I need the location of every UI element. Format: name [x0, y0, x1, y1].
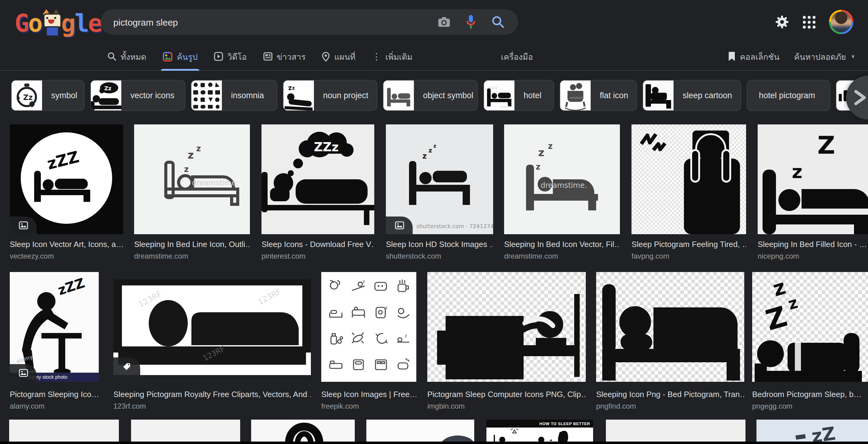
images-icon [163, 52, 173, 61]
tab-news[interactable]: ข่าวสาร [263, 43, 306, 70]
result-title[interactable]: Sleep Pictogram Feeling Tired, … [631, 240, 746, 249]
result-title[interactable]: Bedroom Pictogram Sleep, b… [752, 390, 868, 399]
result-source[interactable]: freepik.com [321, 402, 416, 411]
tab-label: ทั้งหมด [121, 50, 146, 63]
google-doodle-logo[interactable]: Gogle [14, 7, 101, 39]
result-title[interactable]: Sleep Icon Images | Free… [321, 390, 416, 399]
chip-symbol[interactable]: Zz symbol [11, 80, 85, 111]
result-thumbnail: zzz dreamstime. [134, 124, 250, 234]
collections-button[interactable]: คอลเล็กชัน [728, 50, 780, 63]
result-thumbnail: 123RF 123RF 123RF [113, 279, 311, 375]
result-title[interactable]: Sleeping In Bed Filled Icon - … [758, 240, 868, 249]
result-title[interactable]: Pictogram Sleep Computer Icons PNG, Clip… [427, 390, 586, 399]
google-apps-grid-icon[interactable] [803, 16, 815, 28]
result-card[interactable]: Sleeping Icon Png - Bed Pictogram, Tran…… [596, 272, 744, 382]
chip-noun-project[interactable]: zz noun project [283, 80, 377, 111]
result-title[interactable]: Sleep Icon HD Stock Images … [386, 240, 493, 249]
licensable-badge [10, 216, 37, 234]
chip-thumbnail [191, 81, 222, 110]
svg-text:Zz: Zz [23, 93, 33, 102]
avatar-photo [831, 11, 851, 32]
chip-hotel[interactable]: stockstock hotel [484, 80, 554, 111]
result-card[interactable]: zzz shutterstock.com · 724127413 Sleep I… [386, 124, 493, 234]
svg-text:z: z [188, 149, 194, 161]
result-card[interactable]: ZZz Sleep Icons - Download Free V…pinter… [261, 124, 374, 234]
tab-more[interactable]: ⋮ เพิ่มเติม [372, 43, 412, 70]
result-title[interactable]: Sleeping In Bed Line Icon, Outli… [134, 240, 250, 249]
chip-vector-icons[interactable]: Zz vector icons [90, 80, 185, 111]
result-title[interactable]: Sleeping Icon Png - Bed Pictogram, Tran… [596, 390, 744, 399]
safesearch-button[interactable]: ค้นหาปลอดภัย ▾ [794, 50, 855, 63]
result-source[interactable]: alamy.com [10, 402, 99, 411]
result-thumbnail [427, 272, 586, 382]
result-title[interactable]: Sleeping Pictogram Royalty Free Cliparts… [113, 390, 311, 399]
tab-label: แผนที่ [334, 50, 356, 63]
result-card[interactable]: zZZ Sleep Icon Vector Art, Icons, a…vect… [10, 124, 123, 234]
result-thumbnail-partial[interactable]: zZ [756, 420, 868, 444]
chip-object-symbol[interactable]: object symbol [383, 80, 478, 111]
result-title[interactable]: Sleep Icon Vector Art, Icons, a… [10, 240, 123, 249]
result-source[interactable]: dreamstime.com [504, 252, 620, 260]
result-card[interactable]: zzz dreamstime. Sleeping In Bed Icon Vec… [504, 124, 620, 234]
tab-images[interactable]: ค้นรูป [163, 43, 197, 70]
search-submit-icon[interactable] [491, 15, 505, 29]
result-title[interactable]: Sleep Icons - Download Free V… [261, 240, 374, 249]
tab-label: ข่าวสาร [277, 50, 306, 63]
result-source[interactable]: shutterstock.com [386, 252, 493, 260]
result-source[interactable]: pngfind.com [596, 402, 744, 411]
result-thumbnail: zZZ alamy alamy stock photo [10, 272, 99, 382]
result-card[interactable]: Z z Sleeping In Bed Filled Icon - …nicep… [758, 124, 868, 234]
account-avatar[interactable] [829, 10, 854, 34]
result-card[interactable]: zZZ alamy alamy stock photo Pictogram Sl… [10, 272, 99, 382]
svg-text:z: z [423, 152, 427, 160]
tab-all[interactable]: ทั้งหมด [107, 43, 146, 70]
svg-text:dreamstime.: dreamstime. [541, 181, 587, 190]
search-bar[interactable] [100, 9, 518, 35]
voice-search-mic-icon[interactable] [466, 14, 476, 29]
chip-label: object symbol [414, 91, 478, 100]
result-source[interactable]: favpng.com [631, 252, 746, 260]
result-source[interactable]: pinterest.com [261, 252, 374, 260]
result-thumbnail-partial[interactable] [131, 420, 240, 444]
spiral-image [251, 420, 355, 444]
chip-hotel-pictogram[interactable]: hotel pictogram [747, 80, 830, 111]
result-thumbnail-partial[interactable] [9, 420, 119, 444]
more-dots-icon: ⋮ [372, 51, 381, 62]
result-source[interactable]: pngegg.com [752, 402, 868, 411]
result-card[interactable]: Sleep Pictogram Feeling Tired, …favpng.c… [631, 124, 746, 234]
result-thumbnail [596, 272, 744, 382]
tab-videos[interactable]: วิดีโอ [214, 43, 247, 70]
search-icon [107, 52, 117, 61]
tools-button[interactable]: เครื่องมือ [501, 43, 533, 70]
logo-letter: l [75, 11, 88, 35]
result-card[interactable]: Pictogram Sleep Computer Icons PNG, Clip… [427, 272, 586, 382]
result-source[interactable]: nicepng.com [758, 252, 868, 260]
search-input[interactable] [100, 17, 438, 27]
svg-text:z: z [363, 279, 365, 284]
result-thumbnail-partial[interactable] [366, 420, 474, 444]
chip-thumbnail: Zz [11, 81, 42, 110]
chip-sleep-cartoon[interactable]: sleep cartoon [643, 80, 741, 111]
bookmark-icon [728, 51, 736, 62]
result-thumbnail-partial[interactable] [251, 420, 355, 444]
google-images-results-page: Gogle [0, 0, 868, 444]
tab-maps[interactable]: แผนที่ [322, 43, 356, 70]
settings-gear-icon[interactable] [775, 14, 789, 29]
svg-text:stock: stock [500, 105, 509, 109]
result-card[interactable]: 123RF 123RF 123RF Sleeping Pictogram Roy… [113, 279, 311, 375]
result-thumbnail-partial[interactable] [606, 420, 745, 444]
result-source[interactable]: 123rf.com [113, 402, 311, 411]
result-card[interactable]: zzz dreamstime. Sleeping In Bed Line Ico… [134, 124, 250, 234]
result-thumbnail-partial[interactable]: HOW TO SLEEP BETTER [487, 420, 593, 444]
chip-thumbnail: canstock [560, 81, 591, 110]
camera-search-icon[interactable] [438, 17, 451, 27]
result-title[interactable]: Pictogram Sleeping Ico… [10, 390, 99, 399]
result-title[interactable]: Sleeping In Bed Icon Vector, Fil… [504, 240, 620, 249]
result-source[interactable]: dreamstime.com [134, 252, 250, 260]
result-card[interactable]: z z z Sleep Icon Images [321, 272, 416, 382]
chip-insomnia[interactable]: insomnia [191, 80, 277, 111]
result-source[interactable]: imgbin.com [427, 402, 586, 411]
result-source[interactable]: vecteezy.com [10, 252, 123, 260]
chip-flat-icon[interactable]: canstock flat icon [560, 80, 637, 111]
result-card[interactable]: z z Z Bedroom Pictogram Sleep, b…pngegg.… [752, 272, 868, 382]
